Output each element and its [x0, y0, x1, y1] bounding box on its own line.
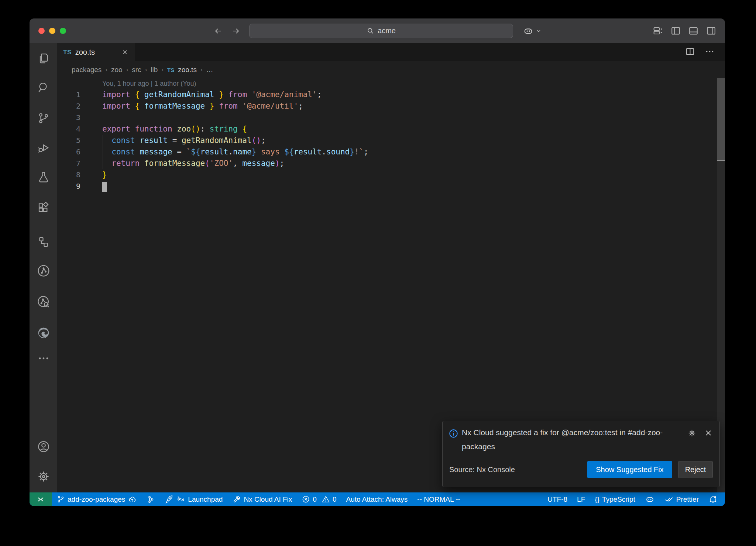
- gear-icon: [37, 470, 51, 484]
- notifications-bell-button[interactable]: [708, 495, 718, 504]
- remote-indicator[interactable]: [30, 492, 52, 506]
- status-vim-mode[interactable]: -- NORMAL --: [417, 495, 460, 504]
- copilot-icon: [523, 25, 534, 37]
- notification-close-button[interactable]: [704, 429, 713, 439]
- code-line-2: import { formatMessage } from '@acme/uti…: [102, 100, 714, 112]
- prettier-label: Prettier: [676, 495, 699, 504]
- files-icon: [37, 52, 50, 65]
- sidebar-item-extensions[interactable]: [30, 199, 57, 216]
- breadcrumb: packages›zoo›src›lib›TSzoo.ts›…: [57, 61, 725, 78]
- sidebar-item-more-views[interactable]: [30, 349, 57, 367]
- line-number: 3: [57, 112, 80, 123]
- account-icon: [37, 440, 51, 454]
- sidebar-item-testing[interactable]: [30, 168, 57, 186]
- split-editor-button[interactable]: [685, 47, 695, 58]
- info-icon: [449, 429, 458, 440]
- tab-bar: TS zoo.ts: [57, 43, 725, 61]
- code-line-3: [102, 112, 714, 123]
- status-auto-attach[interactable]: Auto Attach: Always: [346, 495, 408, 504]
- reject-button[interactable]: Reject: [678, 461, 713, 478]
- notification-settings-button[interactable]: [687, 429, 697, 439]
- show-suggested-fix-button[interactable]: Show Suggested Fix: [587, 461, 672, 478]
- notification-toast: Nx Cloud suggested a fix for @acme/zoo:t…: [442, 421, 720, 487]
- sidebar-item-run-debug[interactable]: [30, 139, 57, 157]
- zoom-window-button[interactable]: [60, 28, 66, 34]
- status-git-branch[interactable]: add-zoo-packages: [56, 495, 137, 504]
- sidebar-item-source-control[interactable]: [30, 109, 57, 127]
- search-icon: [37, 81, 50, 94]
- sidebar-item-search[interactable]: [30, 79, 57, 96]
- status-launchpad[interactable]: Launchpad: [165, 495, 223, 504]
- warning-count: 0: [333, 495, 337, 504]
- minimize-window-button[interactable]: [49, 28, 55, 34]
- git-branch-icon: [56, 495, 65, 504]
- extensions-icon: [37, 201, 50, 214]
- breadcrumb-separator: ›: [145, 66, 147, 74]
- breadcrumb-item-packages[interactable]: packages: [72, 66, 102, 74]
- plug-icon: [176, 495, 185, 504]
- sidebar-item-nx-project-graph[interactable]: [30, 293, 57, 311]
- status-nx-graph-button[interactable]: [146, 495, 155, 504]
- beaker-icon: [37, 171, 50, 184]
- code-line-7: return formatMessage('ZOO', message);: [102, 158, 714, 169]
- status-nx-cloud-ai-fix[interactable]: Nx Cloud AI Fix: [232, 495, 292, 504]
- line-number: 8: [57, 169, 80, 181]
- settings-button[interactable]: [30, 468, 57, 485]
- branch-graph-icon: [146, 495, 155, 504]
- line-number: 9: [57, 181, 80, 192]
- status-eol[interactable]: LF: [577, 495, 585, 504]
- toggle-secondary-sidebar-button[interactable]: [705, 25, 717, 37]
- sidebar-item-nx-cloud[interactable]: [30, 262, 57, 280]
- warning-icon: [322, 495, 330, 504]
- panel-left-icon: [670, 25, 681, 36]
- breadcrumb-separator: ›: [105, 66, 107, 74]
- nx-project-graph-icon: [36, 294, 51, 309]
- accounts-button[interactable]: [30, 438, 57, 455]
- code-line-6: const message = `${result.name} says ${r…: [102, 146, 714, 158]
- line-number: 7: [57, 158, 80, 169]
- customize-layout-button[interactable]: [652, 25, 664, 37]
- close-icon: [121, 49, 128, 56]
- auto-attach-label: Auto Attach: Always: [346, 495, 408, 504]
- scrollbar-thumb[interactable]: [717, 78, 725, 160]
- breadcrumb-item-zoo[interactable]: zoo: [111, 66, 123, 74]
- breadcrumb-overflow[interactable]: …: [206, 66, 213, 74]
- wrench-icon: [232, 495, 241, 504]
- status-formatter-prettier[interactable]: Prettier: [664, 495, 699, 504]
- encoding-label: UTF-8: [547, 495, 567, 504]
- publish-cloud-icon: [128, 495, 137, 504]
- navigate-forward-button[interactable]: [231, 26, 241, 36]
- sidebar-item-explorer[interactable]: [30, 50, 57, 67]
- close-window-button[interactable]: [38, 28, 45, 34]
- command-center-search[interactable]: acme: [249, 24, 513, 38]
- code-line-1: import { getRandomAnimal } from '@acme/a…: [102, 89, 714, 100]
- tab-close-button[interactable]: [121, 48, 129, 57]
- breadcrumb-item-lib[interactable]: lib: [151, 66, 158, 74]
- desktop: acme: [0, 0, 756, 546]
- typescript-file-icon: TS: [167, 67, 174, 73]
- tab-zoo-ts[interactable]: TS zoo.ts: [57, 43, 135, 61]
- eol-label: LF: [577, 495, 585, 504]
- notification-source: Source: Nx Console: [449, 461, 515, 478]
- panel-right-icon: [706, 25, 717, 36]
- git-blame-annotation: You, 1 hour ago | 1 author (You): [102, 78, 196, 89]
- breadcrumb-item-file[interactable]: zoo.ts: [178, 66, 197, 74]
- panel-bottom-icon: [688, 25, 699, 36]
- split-editor-icon: [685, 47, 695, 57]
- sidebar-item-edge-browser[interactable]: [30, 324, 57, 342]
- copilot-menu-button[interactable]: [523, 18, 542, 43]
- code-lines: import { getRandomAnimal } from '@acme/a…: [102, 89, 714, 192]
- status-copilot[interactable]: [645, 494, 655, 504]
- sidebar-item-nx-console[interactable]: [30, 233, 57, 251]
- arrow-right-icon: [231, 27, 240, 35]
- breadcrumb-separator: ›: [200, 66, 203, 74]
- nx-cloud-icon: [36, 263, 51, 278]
- status-encoding[interactable]: UTF-8: [547, 495, 567, 504]
- more-actions-button[interactable]: [705, 47, 715, 58]
- toggle-panel-button[interactable]: [688, 25, 699, 37]
- toggle-primary-sidebar-button[interactable]: [670, 25, 681, 37]
- status-language-mode[interactable]: {} TypeScript: [595, 495, 635, 504]
- status-problems[interactable]: 0 0: [302, 495, 336, 504]
- navigate-back-button[interactable]: [213, 26, 223, 36]
- breadcrumb-item-src[interactable]: src: [132, 66, 141, 74]
